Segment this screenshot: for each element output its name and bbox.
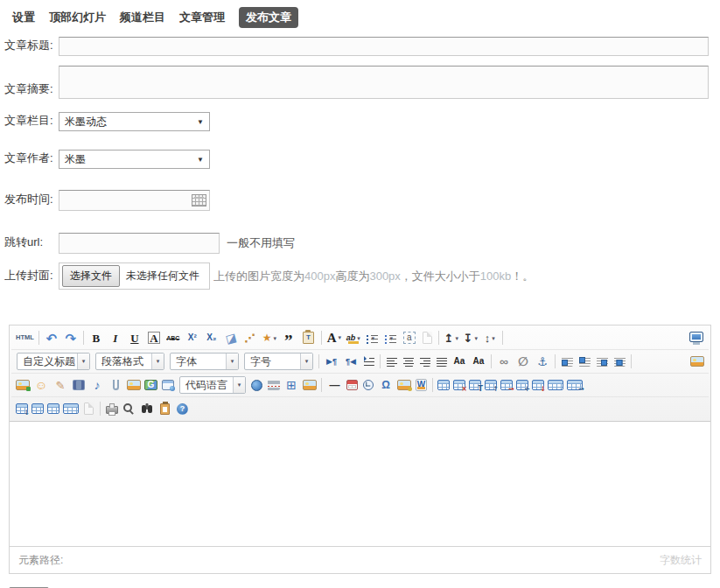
chevron-down-icon[interactable]: ▾ [300, 354, 312, 369]
align-right-icon[interactable] [419, 356, 430, 367]
insert-music-icon[interactable]: ♪ [88, 376, 106, 394]
eraser-icon[interactable]: ◪ [220, 327, 241, 348]
rtl-paragraph-icon[interactable]: ¶◀ [342, 353, 360, 370]
font-color-icon[interactable]: A▾ [325, 329, 343, 346]
first-line-indent-icon[interactable] [363, 356, 374, 367]
dropdown-arrow-icon[interactable]: ▾ [475, 335, 479, 341]
unlink-icon[interactable]: ∅ [514, 353, 532, 370]
insert-col-icon[interactable]: + [516, 380, 528, 390]
delete-row-icon[interactable]: ↓ [532, 380, 544, 390]
editor-content-area[interactable] [10, 422, 710, 546]
image-center-icon[interactable] [613, 356, 626, 367]
horizontal-rule-icon[interactable]: — [325, 376, 343, 394]
chevron-down-icon[interactable]: ▾ [151, 354, 164, 369]
google-map-icon[interactable]: G [144, 380, 157, 390]
ltr-paragraph-icon[interactable]: ▶¶ [323, 353, 340, 370]
dropdown-arrow-icon[interactable]: ▾ [456, 335, 459, 341]
dropdown-arrow-icon[interactable]: ▾ [390, 335, 394, 341]
map-icon[interactable] [127, 380, 141, 390]
special-char-icon[interactable]: Ω [377, 376, 395, 394]
image-float-right-icon[interactable] [596, 356, 608, 367]
underline-icon[interactable]: U [126, 329, 143, 346]
table-rows-icon[interactable] [47, 403, 59, 414]
autotypeset-icon[interactable]: ★▾ [261, 329, 278, 346]
tab-channel-columns[interactable]: 频道栏目 [120, 10, 165, 25]
publish-time-input[interactable] [59, 190, 210, 211]
to-lowercase-icon[interactable]: Aa [470, 353, 487, 370]
author-select[interactable]: 米墨 ▼ [59, 150, 210, 169]
anchor-icon[interactable]: ⚓ [534, 353, 551, 370]
page-break-icon[interactable] [267, 380, 280, 390]
chevron-down-icon[interactable]: ▾ [233, 377, 245, 393]
calendar-icon[interactable] [192, 194, 206, 206]
split-cell-icon[interactable]: → [567, 380, 583, 390]
undo-icon[interactable]: ↶ [43, 329, 60, 346]
bold-icon[interactable]: B [87, 329, 105, 346]
sort-table-icon[interactable] [84, 402, 94, 415]
code-language-combo[interactable]: 代码语言▾ [179, 376, 246, 394]
align-center-icon[interactable] [402, 356, 414, 367]
font-family-combo[interactable]: 字体▾ [170, 353, 239, 370]
dropdown-arrow-icon[interactable]: ▾ [357, 335, 360, 341]
superscript-icon[interactable]: X² [184, 329, 201, 346]
search-replace-icon[interactable] [142, 405, 146, 413]
help-icon[interactable]: ? [177, 403, 188, 415]
fullscreen-icon[interactable] [689, 332, 703, 342]
template-icon[interactable]: ⊞ [283, 376, 300, 394]
tab-top-slideshow[interactable]: 顶部幻灯片 [49, 10, 106, 25]
paragraph-top-spacing-icon[interactable]: ↥▾ [443, 329, 460, 346]
table-title-icon[interactable]: T [469, 380, 481, 390]
font-border-icon[interactable]: A [145, 329, 163, 346]
dropdown-arrow-icon[interactable]: ▾ [273, 335, 276, 341]
merge-cells-icon[interactable] [548, 380, 563, 390]
scrawl-icon[interactable]: ✎ [52, 376, 69, 394]
clear-doc-icon[interactable] [423, 332, 432, 344]
align-justify-icon[interactable] [436, 356, 447, 367]
source-code-button[interactable]: HTML [15, 329, 35, 346]
paragraph-bottom-spacing-icon[interactable]: ↧▾ [462, 329, 479, 346]
paste-plain-text-icon[interactable]: T [303, 332, 314, 344]
tab-settings[interactable]: 设置 [12, 10, 35, 25]
font-size-combo[interactable]: 字号▾ [244, 353, 313, 370]
table-grid-icon[interactable] [31, 403, 44, 414]
insert-iframe-icon[interactable] [162, 380, 174, 390]
title-input[interactable] [59, 37, 709, 56]
link-icon[interactable]: ∞ [495, 353, 513, 370]
to-uppercase-icon[interactable]: Aa [451, 353, 468, 370]
tab-publish-article[interactable]: 发布文章 [239, 7, 298, 28]
chevron-down-icon[interactable]: ▾ [226, 354, 238, 369]
insert-date-icon[interactable] [346, 380, 358, 390]
chevron-down-icon[interactable]: ▾ [77, 354, 89, 369]
print-icon[interactable] [106, 406, 118, 414]
strikethrough-icon[interactable]: ABC [164, 329, 182, 346]
redo-icon[interactable]: ↷ [62, 329, 80, 346]
blockquote-icon[interactable]: ” [280, 329, 297, 346]
dropdown-arrow-icon[interactable]: ▾ [338, 335, 341, 341]
summary-textarea[interactable] [59, 66, 709, 99]
ordered-list-icon[interactable]: ▾ [366, 333, 379, 343]
insert-code-icon[interactable] [251, 380, 262, 391]
preview-icon[interactable] [123, 403, 132, 412]
image-manager-icon[interactable] [16, 380, 30, 390]
insert-table-icon[interactable] [437, 380, 450, 390]
dropdown-arrow-icon[interactable]: ▾ [372, 335, 375, 341]
paragraph-format-combo[interactable]: 段落格式▾ [95, 353, 164, 370]
paste-icon[interactable] [160, 403, 170, 415]
attachment-icon[interactable] [113, 380, 119, 390]
delete-col-icon[interactable]: ↓ [16, 403, 28, 414]
unordered-list-icon[interactable]: ▾ [384, 333, 397, 343]
insert-title-row-icon[interactable]: ↑ [485, 380, 497, 390]
highlight-color-icon[interactable]: ab▾ [345, 329, 362, 346]
line-spacing-icon[interactable]: ↕▾ [481, 329, 499, 346]
cover-file-input[interactable]: 选择文件 未选择任何文件 [59, 262, 210, 290]
word-image-icon[interactable]: W [416, 379, 427, 391]
align-left-icon[interactable] [386, 356, 397, 367]
choose-file-button[interactable]: 选择文件 [62, 265, 120, 287]
format-brush-icon[interactable]: ⋰ [241, 329, 259, 346]
select-all-icon[interactable]: a [401, 329, 418, 346]
insert-time-icon[interactable] [363, 380, 374, 390]
insert-image-icon[interactable] [690, 356, 704, 367]
image-transfer-icon[interactable] [397, 380, 411, 390]
table-columns-icon[interactable] [63, 403, 79, 414]
redirect-url-input[interactable] [59, 233, 220, 254]
